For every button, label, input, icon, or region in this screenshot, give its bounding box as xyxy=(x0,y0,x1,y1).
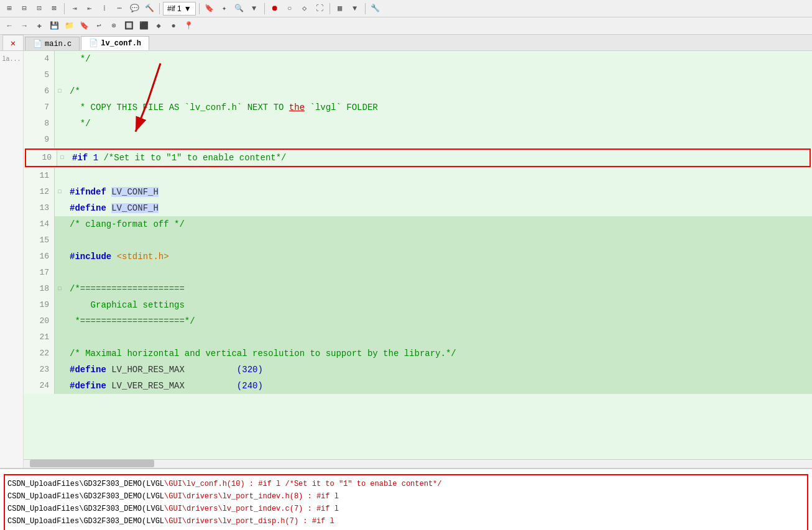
sep-6 xyxy=(365,3,366,14)
tb2-rect1[interactable]: 🔲 xyxy=(122,19,136,33)
code-line-18: 18 □ /*==================== xyxy=(24,281,812,297)
tb1-icon-3[interactable]: ⊡ xyxy=(32,2,46,16)
tb1-build[interactable]: 🔨 xyxy=(142,2,156,16)
line-code-8: */ xyxy=(65,116,91,132)
h-scrollbar[interactable] xyxy=(24,459,812,468)
line-code-23: #define LV_HOR_RES_MAX (320) xyxy=(65,362,263,378)
tb1-indent-2[interactable]: ⇤ xyxy=(83,2,96,16)
code-container[interactable]: 4 */ 5 6 □ /* 7 * COPY THIS FILE AS ` xyxy=(24,51,812,468)
tb1-search[interactable]: 🔍 xyxy=(233,2,246,16)
line-num-23: 23 xyxy=(24,362,55,378)
code-line-16: 16 #include <stdint.h> xyxy=(24,249,812,265)
bottom-content: CSDN_UploadFiles\GD32F303_DEMO(LVGL\GUI\… xyxy=(0,469,812,530)
line-fold-6[interactable]: □ xyxy=(55,83,65,99)
tb1-comment[interactable]: 💬 xyxy=(127,2,141,16)
sep-4 xyxy=(264,3,265,14)
tb2-rect2[interactable]: ⬛ xyxy=(137,19,150,33)
tb2-open[interactable]: 📁 xyxy=(62,19,76,33)
tb1-grid-drop[interactable]: ▼ xyxy=(348,2,362,16)
tb1-icon-1[interactable]: ⊞ xyxy=(2,2,16,16)
code-line-7: 7 * COPY THIS FILE AS `lv_conf.h` NEXT T… xyxy=(24,99,812,116)
tb1-star[interactable]: ✦ xyxy=(218,2,231,16)
line-code-17 xyxy=(65,265,75,281)
line-code-21 xyxy=(65,329,75,345)
line-code-12: #ifndef LV_CONF_H xyxy=(65,184,159,200)
tb2-back[interactable]: ← xyxy=(2,19,16,33)
line-fold-12[interactable]: □ xyxy=(55,184,65,200)
code-line-5: 5 xyxy=(24,67,812,83)
tb1-search-drop[interactable]: ▼ xyxy=(247,2,261,16)
line-code-6: /* xyxy=(65,83,80,99)
code-line-12: 12 □ #ifndef LV_CONF_H xyxy=(24,184,812,200)
tab-main-c-icon: 📄 xyxy=(33,39,42,48)
line-num-12: 12 xyxy=(24,184,55,200)
line-code-18: /*==================== xyxy=(65,281,185,297)
code-line-10: 10 □ #if 1 /*Set it to "1" to enable con… xyxy=(25,148,811,167)
tb1-icon-2[interactable]: ⊟ xyxy=(17,2,31,16)
code-line-15: 15 xyxy=(24,232,812,249)
code-line-21: 21 xyxy=(24,329,812,345)
line-num-16: 16 xyxy=(24,249,55,265)
result-3-right: \GUI\drivers\lv_port_indev.c(7) : #if l xyxy=(164,505,339,513)
code-line-17: 17 xyxy=(24,265,812,281)
close-x[interactable]: ✕ xyxy=(11,38,16,48)
line-code-5 xyxy=(65,67,75,83)
sidebar-label: la... xyxy=(2,56,21,63)
ifdef-arrow: ▼ xyxy=(184,4,191,13)
tb1-indent-1[interactable]: ⇥ xyxy=(68,2,81,16)
tab-lv-conf-h[interactable]: 📄 lv_conf.h xyxy=(81,36,149,50)
line-num-14: 14 xyxy=(24,216,55,232)
h-scrollbar-thumb[interactable] xyxy=(30,460,154,467)
tb1-stop[interactable]: ⏺ xyxy=(268,2,282,16)
tb1-icon-4[interactable]: ⊠ xyxy=(47,2,61,16)
left-sidebar: la... xyxy=(0,51,24,468)
line-num-8: 8 xyxy=(24,116,55,132)
line-num-5: 5 xyxy=(24,67,55,83)
line-num-19: 19 xyxy=(24,297,55,313)
ifdef-dropdown[interactable]: #if 1 ▼ xyxy=(163,2,196,16)
tb2-new[interactable]: ✚ xyxy=(32,19,46,33)
ifdef-label: #if 1 xyxy=(167,4,182,13)
result-4-right: \GUI\drivers\lv_port_disp.h(7) : #if l xyxy=(164,517,334,526)
line-code-16: #include <stdint.h> xyxy=(65,249,169,265)
line-num-7: 7 xyxy=(24,99,55,116)
tb1-circle[interactable]: ○ xyxy=(283,2,297,16)
tb2-bmark[interactable]: 🔖 xyxy=(77,19,91,33)
sep-2 xyxy=(159,3,160,14)
result-1-right: \GUI\lv_conf.h(10) : #if l /*Set it to "… xyxy=(164,480,441,488)
tb1-indent-4[interactable]: ⋯ xyxy=(113,2,126,16)
search-results-box: CSDN_UploadFiles\GD32F303_DEMO(LVGL\GUI\… xyxy=(4,474,808,530)
tb1-diamond[interactable]: ◇ xyxy=(298,2,311,16)
line-num-15: 15 xyxy=(24,232,55,249)
code-line-4: 4 */ xyxy=(24,51,812,67)
tb2-circle[interactable]: ● xyxy=(167,19,180,33)
line-num-4: 4 xyxy=(24,51,55,67)
code-line-13: 13 #define LV_CONF_H xyxy=(24,200,812,216)
tb2-save[interactable]: 💾 xyxy=(47,19,61,33)
tb2-pin[interactable]: 📍 xyxy=(182,19,195,33)
line-num-18: 18 xyxy=(24,281,55,297)
code-line-23: 23 #define LV_HOR_RES_MAX (320) xyxy=(24,362,812,378)
tb2-undo[interactable]: ↩ xyxy=(92,19,106,33)
code-line-9: 9 xyxy=(24,132,812,148)
line-num-24: 24 xyxy=(24,378,55,394)
tab-lv-conf-label: lv_conf.h xyxy=(101,39,141,48)
line-code-20: *====================*/ xyxy=(65,313,195,329)
tb2-forward[interactable]: → xyxy=(17,19,31,33)
tab-main-c[interactable]: 📄 main.c xyxy=(25,37,80,50)
editor-area[interactable]: 4 */ 5 6 □ /* 7 * COPY THIS FILE AS ` xyxy=(24,51,812,468)
tb1-bookmark[interactable]: 🔖 xyxy=(203,2,216,16)
tb1-wrench[interactable]: 🔧 xyxy=(369,2,382,16)
line-num-17: 17 xyxy=(24,265,55,281)
tb1-flame[interactable]: ⛶ xyxy=(313,2,326,16)
tb2-diamond[interactable]: ◆ xyxy=(152,19,165,33)
code-line-14: 14 /* clang-format off */ xyxy=(24,216,812,232)
tb1-grid[interactable]: ▦ xyxy=(333,2,347,16)
line-fold-10[interactable]: □ xyxy=(57,150,67,166)
tb1-indent-3[interactable]: ⁞ xyxy=(98,2,111,16)
line-fold-18[interactable]: □ xyxy=(55,281,65,297)
main-area: la... 4 */ 5 xyxy=(0,51,812,468)
tb2-close[interactable]: ⊗ xyxy=(107,19,121,33)
result-2-right: \GUI\drivers\lv_port_indev.h(8) : #if l xyxy=(164,492,339,501)
tab-main-c-label: main.c xyxy=(45,40,72,48)
